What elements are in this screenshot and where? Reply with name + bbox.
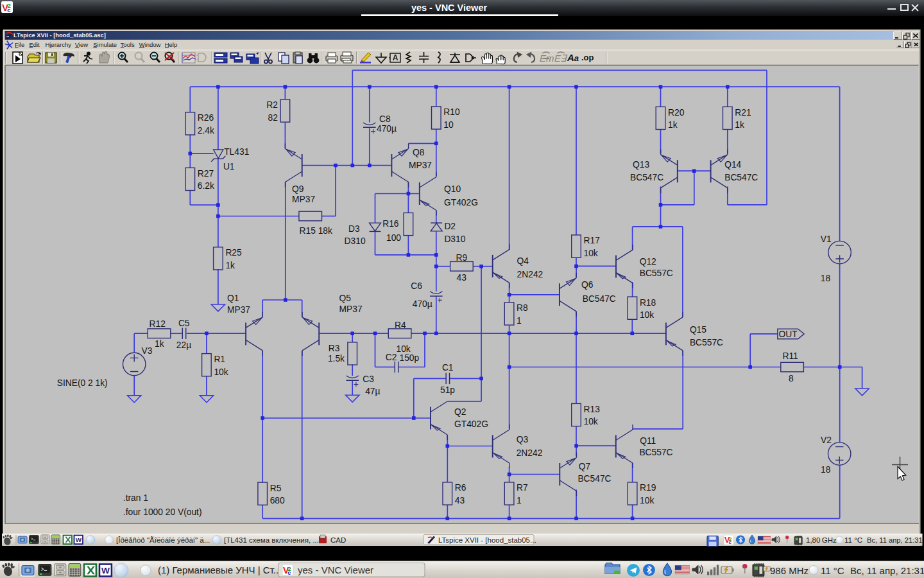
- svg-text:Вс, 11 апр, 21:31: Вс, 11 апр, 21:31: [850, 565, 924, 576]
- svg-text:BC547C: BC547C: [630, 173, 663, 182]
- svg-text:R10: R10: [443, 107, 460, 117]
- svg-text:18: 18: [821, 274, 831, 283]
- svg-text:R18: R18: [640, 298, 656, 308]
- svg-text:c: c: [7, 6, 10, 13]
- svg-text:c: c: [728, 539, 732, 545]
- svg-text:Edit: Edit: [29, 41, 40, 48]
- svg-text:D2: D2: [444, 222, 456, 231]
- svg-text:W: W: [101, 566, 110, 575]
- svg-text:R9: R9: [456, 253, 468, 263]
- svg-text:986 MHz: 986 MHz: [770, 565, 809, 576]
- svg-text:W: W: [76, 536, 82, 543]
- svg-text:Q15: Q15: [690, 325, 706, 335]
- svg-text:R15 18k: R15 18k: [300, 226, 332, 236]
- svg-text:C5: C5: [178, 319, 190, 328]
- svg-text:OUT: OUT: [779, 329, 798, 339]
- svg-text:1k: 1k: [668, 120, 678, 130]
- svg-text:1: 1: [517, 496, 522, 505]
- svg-text:10k: 10k: [397, 344, 411, 354]
- svg-text:R7: R7: [517, 483, 528, 493]
- svg-text:Q7: Q7: [579, 462, 590, 471]
- svg-text:MP37: MP37: [227, 305, 250, 315]
- svg-text:10k: 10k: [214, 367, 228, 377]
- svg-text:(1) Германиевые УНЧ | Ст...: (1) Германиевые УНЧ | Ст...: [158, 565, 281, 575]
- svg-text:22µ: 22µ: [176, 340, 191, 350]
- svg-text:BC547C: BC547C: [583, 294, 616, 304]
- svg-text:c: c: [287, 570, 291, 576]
- svg-text:R19: R19: [640, 483, 656, 493]
- svg-text:R17: R17: [584, 236, 600, 245]
- svg-text:MP37: MP37: [292, 195, 315, 204]
- svg-text:BC557C: BC557C: [639, 448, 672, 457]
- svg-text:82: 82: [268, 113, 278, 123]
- svg-text:yes - VNC Viewer: yes - VNC Viewer: [298, 565, 373, 575]
- svg-text:C1: C1: [442, 363, 454, 372]
- svg-text:10k: 10k: [584, 249, 598, 258]
- svg-text:Q13: Q13: [633, 160, 649, 170]
- svg-text:R5: R5: [270, 484, 282, 493]
- svg-text:File: File: [15, 41, 24, 48]
- svg-text:V1: V1: [821, 234, 832, 244]
- svg-text:Q1: Q1: [227, 293, 239, 303]
- svg-text:R27: R27: [198, 169, 214, 179]
- svg-text:TL431: TL431: [224, 147, 249, 157]
- svg-text:V2: V2: [821, 435, 832, 445]
- svg-text:10k: 10k: [640, 310, 654, 320]
- svg-text:Q12: Q12: [640, 257, 656, 267]
- svg-text:R3: R3: [329, 344, 340, 353]
- svg-text:Q4: Q4: [517, 256, 529, 266]
- svg-text:R11: R11: [783, 351, 798, 361]
- svg-text:R1: R1: [214, 355, 225, 364]
- svg-text:8: 8: [789, 374, 794, 383]
- svg-text:2N242: 2N242: [517, 448, 543, 458]
- svg-text:CAD: CAD: [330, 536, 346, 544]
- svg-text:.tran 1: .tran 1: [123, 493, 148, 503]
- svg-text:680: 680: [270, 496, 285, 505]
- svg-text:R8: R8: [517, 303, 528, 313]
- svg-text:D310: D310: [444, 234, 465, 244]
- svg-text:470µ: 470µ: [413, 299, 432, 309]
- svg-text:2N242: 2N242: [517, 270, 543, 279]
- svg-text:MP37: MP37: [409, 161, 432, 170]
- svg-text:R2: R2: [266, 100, 278, 110]
- svg-text:1k: 1k: [225, 261, 235, 270]
- svg-text:R20: R20: [668, 108, 685, 118]
- svg-text:1,80 GHz: 1,80 GHz: [806, 536, 837, 544]
- svg-text:D310: D310: [345, 236, 366, 246]
- svg-text:Q2: Q2: [454, 407, 466, 417]
- svg-text:1k: 1k: [155, 339, 164, 349]
- svg-text:R12: R12: [150, 319, 166, 329]
- svg-text:43: 43: [457, 273, 467, 283]
- svg-text:6.2k: 6.2k: [198, 181, 214, 191]
- svg-text:A: A: [393, 53, 398, 62]
- svg-text:11 °C: 11 °C: [821, 565, 844, 576]
- svg-text:.op: .op: [581, 53, 594, 62]
- svg-text:R25: R25: [225, 248, 242, 258]
- svg-text:LTspice XVII - [hood_stab05...: LTspice XVII - [hood_stab05...: [438, 536, 536, 544]
- svg-text:47µ: 47µ: [365, 387, 380, 396]
- svg-text:10: 10: [443, 120, 454, 130]
- svg-text:51p: 51p: [440, 385, 455, 395]
- svg-text:Tools: Tools: [121, 41, 135, 48]
- svg-text:Q5: Q5: [339, 293, 352, 303]
- svg-text:LTspice XVII - [hood_stab05.as: LTspice XVII - [hood_stab05.asc]: [13, 32, 106, 39]
- svg-text:Q3: Q3: [517, 435, 529, 444]
- svg-text:SINE(0 2 1k): SINE(0 2 1k): [57, 378, 108, 388]
- svg-text:C3: C3: [363, 374, 374, 384]
- svg-text:43: 43: [455, 496, 465, 505]
- svg-text:R21: R21: [735, 108, 751, 118]
- svg-text:R4: R4: [395, 320, 406, 330]
- svg-text:Q9: Q9: [292, 184, 304, 194]
- svg-text:Window: Window: [139, 41, 161, 48]
- svg-text:1: 1: [517, 316, 522, 326]
- svg-text:BC547C: BC547C: [724, 173, 758, 182]
- svg-text:yes - VNC Viewer: yes - VNC Viewer: [411, 3, 488, 13]
- svg-text:.four 1000 20 V(out): .four 1000 20 V(out): [123, 507, 202, 517]
- svg-text:18: 18: [821, 465, 831, 475]
- svg-text:Simulate: Simulate: [93, 41, 117, 48]
- svg-text:MP37: MP37: [339, 304, 363, 314]
- svg-text:470µ: 470µ: [377, 124, 397, 134]
- svg-text:View: View: [75, 41, 89, 48]
- svg-text:GT402G: GT402G: [454, 419, 488, 429]
- svg-text:R6: R6: [455, 483, 466, 493]
